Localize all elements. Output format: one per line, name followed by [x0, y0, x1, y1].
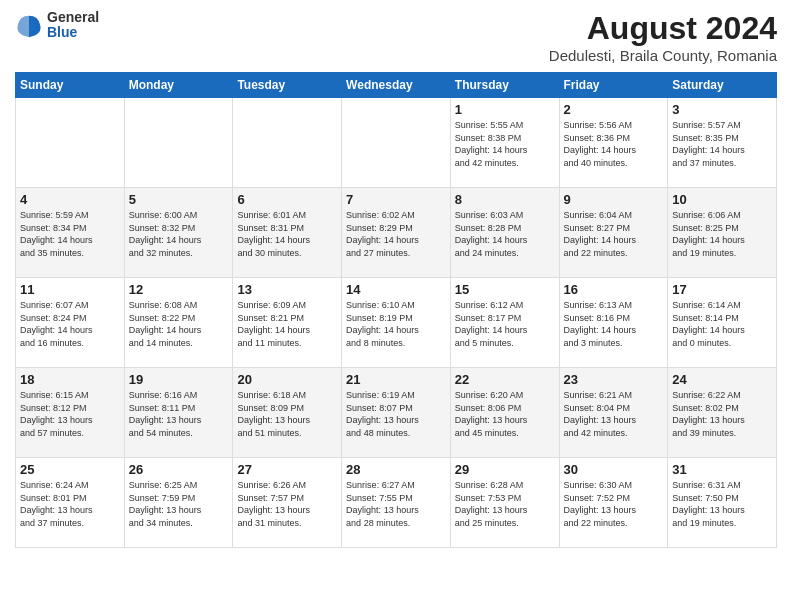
day-info: Sunrise: 6:12 AM Sunset: 8:17 PM Dayligh…	[455, 299, 555, 349]
day-number: 5	[129, 192, 229, 207]
day-number: 18	[20, 372, 120, 387]
calendar-cell	[342, 98, 451, 188]
day-number: 30	[564, 462, 664, 477]
day-number: 31	[672, 462, 772, 477]
calendar-cell: 29Sunrise: 6:28 AM Sunset: 7:53 PM Dayli…	[450, 458, 559, 548]
day-number: 8	[455, 192, 555, 207]
logo: General Blue	[15, 10, 99, 41]
day-info: Sunrise: 6:25 AM Sunset: 7:59 PM Dayligh…	[129, 479, 229, 529]
calendar-body: 1Sunrise: 5:55 AM Sunset: 8:38 PM Daylig…	[16, 98, 777, 548]
day-number: 26	[129, 462, 229, 477]
calendar-cell: 2Sunrise: 5:56 AM Sunset: 8:36 PM Daylig…	[559, 98, 668, 188]
calendar-cell: 11Sunrise: 6:07 AM Sunset: 8:24 PM Dayli…	[16, 278, 125, 368]
week-row-2: 4Sunrise: 5:59 AM Sunset: 8:34 PM Daylig…	[16, 188, 777, 278]
calendar-cell: 7Sunrise: 6:02 AM Sunset: 8:29 PM Daylig…	[342, 188, 451, 278]
day-info: Sunrise: 6:15 AM Sunset: 8:12 PM Dayligh…	[20, 389, 120, 439]
calendar-cell: 15Sunrise: 6:12 AM Sunset: 8:17 PM Dayli…	[450, 278, 559, 368]
logo-blue: Blue	[47, 25, 99, 40]
calendar-cell: 8Sunrise: 6:03 AM Sunset: 8:28 PM Daylig…	[450, 188, 559, 278]
day-info: Sunrise: 5:55 AM Sunset: 8:38 PM Dayligh…	[455, 119, 555, 169]
calendar-cell: 1Sunrise: 5:55 AM Sunset: 8:38 PM Daylig…	[450, 98, 559, 188]
day-number: 13	[237, 282, 337, 297]
day-info: Sunrise: 6:06 AM Sunset: 8:25 PM Dayligh…	[672, 209, 772, 259]
day-info: Sunrise: 5:57 AM Sunset: 8:35 PM Dayligh…	[672, 119, 772, 169]
calendar-cell: 18Sunrise: 6:15 AM Sunset: 8:12 PM Dayli…	[16, 368, 125, 458]
day-info: Sunrise: 6:18 AM Sunset: 8:09 PM Dayligh…	[237, 389, 337, 439]
logo-icon	[15, 11, 43, 39]
calendar-cell: 30Sunrise: 6:30 AM Sunset: 7:52 PM Dayli…	[559, 458, 668, 548]
day-info: Sunrise: 6:22 AM Sunset: 8:02 PM Dayligh…	[672, 389, 772, 439]
header-tuesday: Tuesday	[233, 73, 342, 98]
calendar-table: SundayMondayTuesdayWednesdayThursdayFrid…	[15, 72, 777, 548]
calendar-header: SundayMondayTuesdayWednesdayThursdayFrid…	[16, 73, 777, 98]
day-number: 3	[672, 102, 772, 117]
title-area: August 2024 Dedulesti, Braila County, Ro…	[549, 10, 777, 64]
header-wednesday: Wednesday	[342, 73, 451, 98]
calendar-cell: 6Sunrise: 6:01 AM Sunset: 8:31 PM Daylig…	[233, 188, 342, 278]
day-number: 2	[564, 102, 664, 117]
day-number: 1	[455, 102, 555, 117]
day-number: 17	[672, 282, 772, 297]
day-number: 21	[346, 372, 446, 387]
day-info: Sunrise: 6:26 AM Sunset: 7:57 PM Dayligh…	[237, 479, 337, 529]
day-info: Sunrise: 6:27 AM Sunset: 7:55 PM Dayligh…	[346, 479, 446, 529]
calendar-cell: 3Sunrise: 5:57 AM Sunset: 8:35 PM Daylig…	[668, 98, 777, 188]
day-info: Sunrise: 6:20 AM Sunset: 8:06 PM Dayligh…	[455, 389, 555, 439]
calendar-cell: 21Sunrise: 6:19 AM Sunset: 8:07 PM Dayli…	[342, 368, 451, 458]
day-number: 12	[129, 282, 229, 297]
day-number: 25	[20, 462, 120, 477]
calendar-cell: 14Sunrise: 6:10 AM Sunset: 8:19 PM Dayli…	[342, 278, 451, 368]
calendar-cell	[124, 98, 233, 188]
day-info: Sunrise: 6:19 AM Sunset: 8:07 PM Dayligh…	[346, 389, 446, 439]
day-info: Sunrise: 6:00 AM Sunset: 8:32 PM Dayligh…	[129, 209, 229, 259]
day-info: Sunrise: 6:02 AM Sunset: 8:29 PM Dayligh…	[346, 209, 446, 259]
week-row-1: 1Sunrise: 5:55 AM Sunset: 8:38 PM Daylig…	[16, 98, 777, 188]
calendar-cell: 17Sunrise: 6:14 AM Sunset: 8:14 PM Dayli…	[668, 278, 777, 368]
week-row-4: 18Sunrise: 6:15 AM Sunset: 8:12 PM Dayli…	[16, 368, 777, 458]
calendar-cell: 23Sunrise: 6:21 AM Sunset: 8:04 PM Dayli…	[559, 368, 668, 458]
calendar-cell: 19Sunrise: 6:16 AM Sunset: 8:11 PM Dayli…	[124, 368, 233, 458]
day-number: 16	[564, 282, 664, 297]
week-row-3: 11Sunrise: 6:07 AM Sunset: 8:24 PM Dayli…	[16, 278, 777, 368]
day-info: Sunrise: 6:31 AM Sunset: 7:50 PM Dayligh…	[672, 479, 772, 529]
calendar-cell: 20Sunrise: 6:18 AM Sunset: 8:09 PM Dayli…	[233, 368, 342, 458]
calendar-cell: 4Sunrise: 5:59 AM Sunset: 8:34 PM Daylig…	[16, 188, 125, 278]
day-number: 24	[672, 372, 772, 387]
day-info: Sunrise: 6:16 AM Sunset: 8:11 PM Dayligh…	[129, 389, 229, 439]
day-number: 20	[237, 372, 337, 387]
calendar-cell: 13Sunrise: 6:09 AM Sunset: 8:21 PM Dayli…	[233, 278, 342, 368]
day-number: 10	[672, 192, 772, 207]
calendar-cell: 28Sunrise: 6:27 AM Sunset: 7:55 PM Dayli…	[342, 458, 451, 548]
day-number: 27	[237, 462, 337, 477]
day-info: Sunrise: 6:04 AM Sunset: 8:27 PM Dayligh…	[564, 209, 664, 259]
calendar-cell: 25Sunrise: 6:24 AM Sunset: 8:01 PM Dayli…	[16, 458, 125, 548]
header-thursday: Thursday	[450, 73, 559, 98]
logo-text: General Blue	[47, 10, 99, 41]
day-info: Sunrise: 6:01 AM Sunset: 8:31 PM Dayligh…	[237, 209, 337, 259]
day-number: 15	[455, 282, 555, 297]
calendar-cell	[233, 98, 342, 188]
day-info: Sunrise: 6:10 AM Sunset: 8:19 PM Dayligh…	[346, 299, 446, 349]
day-info: Sunrise: 6:28 AM Sunset: 7:53 PM Dayligh…	[455, 479, 555, 529]
calendar-cell: 22Sunrise: 6:20 AM Sunset: 8:06 PM Dayli…	[450, 368, 559, 458]
day-info: Sunrise: 6:14 AM Sunset: 8:14 PM Dayligh…	[672, 299, 772, 349]
calendar-cell: 16Sunrise: 6:13 AM Sunset: 8:16 PM Dayli…	[559, 278, 668, 368]
header-row: SundayMondayTuesdayWednesdayThursdayFrid…	[16, 73, 777, 98]
calendar-cell: 27Sunrise: 6:26 AM Sunset: 7:57 PM Dayli…	[233, 458, 342, 548]
day-info: Sunrise: 6:03 AM Sunset: 8:28 PM Dayligh…	[455, 209, 555, 259]
calendar-cell: 26Sunrise: 6:25 AM Sunset: 7:59 PM Dayli…	[124, 458, 233, 548]
day-info: Sunrise: 5:56 AM Sunset: 8:36 PM Dayligh…	[564, 119, 664, 169]
page-header: General Blue August 2024 Dedulesti, Brai…	[15, 10, 777, 64]
day-number: 6	[237, 192, 337, 207]
calendar-cell: 10Sunrise: 6:06 AM Sunset: 8:25 PM Dayli…	[668, 188, 777, 278]
header-saturday: Saturday	[668, 73, 777, 98]
day-number: 9	[564, 192, 664, 207]
calendar-cell: 12Sunrise: 6:08 AM Sunset: 8:22 PM Dayli…	[124, 278, 233, 368]
calendar-cell: 24Sunrise: 6:22 AM Sunset: 8:02 PM Dayli…	[668, 368, 777, 458]
day-number: 22	[455, 372, 555, 387]
day-number: 4	[20, 192, 120, 207]
day-info: Sunrise: 6:07 AM Sunset: 8:24 PM Dayligh…	[20, 299, 120, 349]
header-monday: Monday	[124, 73, 233, 98]
day-number: 19	[129, 372, 229, 387]
calendar-cell	[16, 98, 125, 188]
